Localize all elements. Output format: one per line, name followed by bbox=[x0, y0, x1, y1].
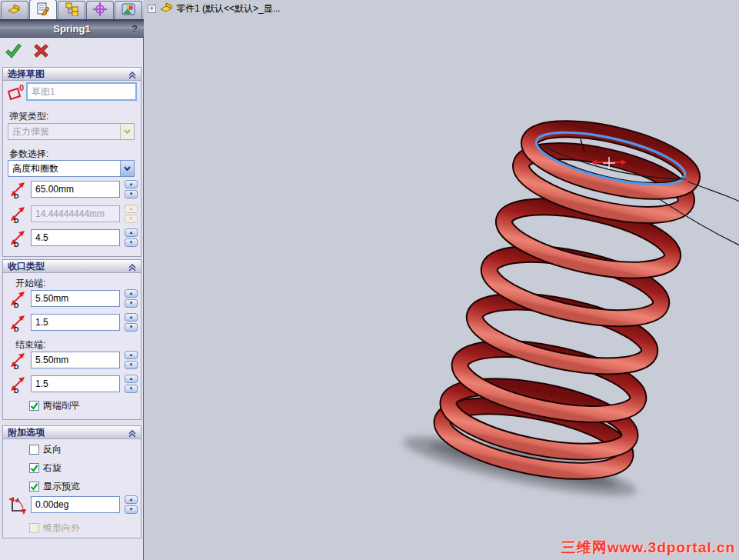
reverse-checkbox-row[interactable]: 反向 bbox=[29, 443, 62, 456]
display-pane-icon bbox=[121, 2, 136, 18]
svg-text:D: D bbox=[14, 192, 19, 200]
section-title: 附加选项 bbox=[8, 427, 45, 438]
start-turns-spinner: ▲▼ bbox=[125, 313, 138, 332]
section-header[interactable]: 选择草图 bbox=[3, 68, 141, 81]
svg-text:D: D bbox=[14, 302, 19, 309]
param-select-value: 高度和圈数 bbox=[12, 163, 58, 174]
coils-field[interactable]: 4.5 bbox=[31, 229, 120, 246]
start-end-label: 开始端: bbox=[15, 277, 45, 290]
spin-down-button[interactable]: ▼ bbox=[125, 238, 138, 247]
checkbox-checked-icon[interactable] bbox=[29, 463, 39, 473]
angle-icon: A bbox=[8, 495, 28, 518]
spin-down-button[interactable]: ▼ bbox=[125, 385, 138, 393]
spin-up-button[interactable]: ▲ bbox=[125, 375, 138, 383]
spin-up-button[interactable]: ▲ bbox=[125, 313, 138, 322]
checkbox-checked-icon[interactable] bbox=[29, 482, 39, 492]
sketch-selection-box[interactable]: 草图1 bbox=[26, 82, 137, 101]
start-pitch-field[interactable]: 5.50mm bbox=[31, 290, 120, 307]
show-preview-label: 显示预览 bbox=[43, 480, 80, 493]
end-turns-spinner: ▲▼ bbox=[125, 375, 138, 393]
section-title: 收口类型 bbox=[8, 261, 45, 272]
collapse-chevron-icon[interactable] bbox=[128, 428, 136, 442]
section-header[interactable]: 附加选项 bbox=[3, 426, 141, 439]
dropdown-arrow-icon[interactable] bbox=[120, 161, 134, 176]
spin-up-button[interactable]: ▲ bbox=[125, 351, 138, 359]
pitch-spinner: ▲▼ bbox=[125, 205, 138, 223]
right-hand-label: 右旋 bbox=[43, 462, 62, 475]
angle-field[interactable]: 0.00deg bbox=[31, 496, 120, 513]
dropdown-arrow-icon bbox=[120, 124, 134, 139]
param-select-label: 参数选择: bbox=[9, 148, 48, 161]
spin-up-button[interactable]: ▲ bbox=[125, 180, 138, 188]
svg-text:D: D bbox=[14, 217, 19, 225]
checkbox-disabled-icon bbox=[29, 523, 39, 533]
dimension-icon: D bbox=[8, 313, 28, 335]
taper-outward-label: 锥形向外 bbox=[43, 522, 80, 535]
target-crosshair-icon bbox=[92, 2, 108, 18]
height-field[interactable]: 65.00mm bbox=[31, 181, 120, 198]
end-end-label: 结束端: bbox=[15, 338, 45, 352]
panel-title-bar: Spring1 ? bbox=[0, 21, 144, 38]
panel-title: Spring1 bbox=[53, 23, 90, 35]
right-hand-checkbox-row[interactable]: 右旋 bbox=[29, 462, 62, 475]
section-header[interactable]: 收口类型 bbox=[3, 260, 141, 273]
dimension-icon: D bbox=[8, 375, 28, 397]
svg-text:0: 0 bbox=[19, 84, 24, 92]
spin-up-button[interactable]: ▲ bbox=[125, 495, 138, 504]
dimension-icon: D bbox=[8, 228, 28, 251]
flatten-ends-checkbox-row[interactable]: 两端削平 bbox=[29, 399, 80, 412]
end-pitch-field[interactable]: 5.50mm bbox=[31, 352, 120, 368]
part-tree-item[interactable]: 零件1 (默认<<默认>_显... bbox=[176, 2, 281, 15]
spin-down-button[interactable]: ▼ bbox=[125, 323, 138, 332]
ok-button[interactable] bbox=[5, 42, 23, 62]
spin-down-button[interactable]: ▼ bbox=[125, 361, 138, 369]
dimension-icon: D bbox=[8, 351, 28, 373]
section-end-type: 收口类型 开始端: D 5.50mm ▲▼ D 1.5 ▲▼ 结 bbox=[2, 259, 141, 420]
show-preview-checkbox-row[interactable]: 显示预览 bbox=[29, 480, 80, 493]
reverse-label: 反向 bbox=[43, 443, 62, 456]
height-spinner: ▲▼ bbox=[125, 180, 138, 198]
help-button[interactable]: ? bbox=[131, 21, 138, 38]
tab-feature-tree[interactable] bbox=[1, 1, 28, 19]
collapse-chevron-icon[interactable] bbox=[128, 262, 136, 275]
dimension-icon: D bbox=[8, 205, 28, 227]
tab-configuration-manager[interactable] bbox=[58, 1, 85, 19]
spin-up-button[interactable]: ▲ bbox=[125, 228, 138, 237]
spring-3d-preview[interactable] bbox=[145, 0, 739, 560]
solidworks-window: Spring1 ? 选择草图 0 草图1 bbox=[0, 0, 739, 560]
spin-down-button[interactable]: ▼ bbox=[125, 190, 138, 198]
spring-coils bbox=[437, 117, 697, 484]
svg-text:D: D bbox=[14, 387, 19, 395]
graphics-viewport[interactable]: + 零件1 (默认<<默认>_显... 三维网www.3dportal.cn bbox=[145, 0, 739, 560]
param-select-dropdown[interactable]: 高度和圈数 bbox=[8, 160, 135, 177]
coils-spinner: ▲▼ bbox=[125, 228, 138, 247]
section-title: 选择草图 bbox=[8, 68, 45, 79]
tab-property-manager[interactable] bbox=[29, 0, 57, 19]
tab-dimxpert-manager[interactable] bbox=[86, 1, 114, 19]
angle-spinner: ▲▼ bbox=[125, 495, 138, 514]
collapse-chevron-icon[interactable] bbox=[128, 70, 136, 83]
dimension-icon: D bbox=[8, 180, 28, 202]
section-additional-options: 附加选项 反向 右旋 显示预览 bbox=[2, 425, 141, 538]
property-manager-icon bbox=[35, 2, 51, 18]
spin-up-button[interactable]: ▲ bbox=[125, 289, 138, 298]
checkbox-checked-icon[interactable] bbox=[29, 401, 39, 411]
flatten-ends-label: 两端削平 bbox=[43, 399, 80, 412]
feature-tree-overlay[interactable]: + 零件1 (默认<<默认>_显... bbox=[148, 2, 281, 15]
taper-outward-checkbox-row: 锥形向外 bbox=[29, 522, 80, 535]
tab-display-manager[interactable] bbox=[115, 1, 142, 19]
spin-down-button[interactable]: ▼ bbox=[125, 505, 138, 514]
svg-text:D: D bbox=[14, 363, 19, 371]
expand-plus-icon[interactable]: + bbox=[148, 5, 156, 13]
svg-text:D: D bbox=[14, 325, 19, 333]
spin-down-button: ▼ bbox=[125, 215, 138, 223]
end-turns-field[interactable]: 1.5 bbox=[31, 375, 120, 392]
dimension-icon: D bbox=[8, 289, 28, 312]
checkbox-unchecked-icon[interactable] bbox=[29, 445, 39, 455]
cancel-button[interactable] bbox=[32, 42, 51, 62]
pitch-field: 14.44444444mm bbox=[31, 205, 120, 222]
start-turns-field[interactable]: 1.5 bbox=[31, 314, 120, 331]
manager-tabstrip bbox=[0, 0, 144, 21]
spring-type-value: 压力弹簧 bbox=[12, 126, 49, 137]
spin-down-button[interactable]: ▼ bbox=[125, 299, 138, 308]
